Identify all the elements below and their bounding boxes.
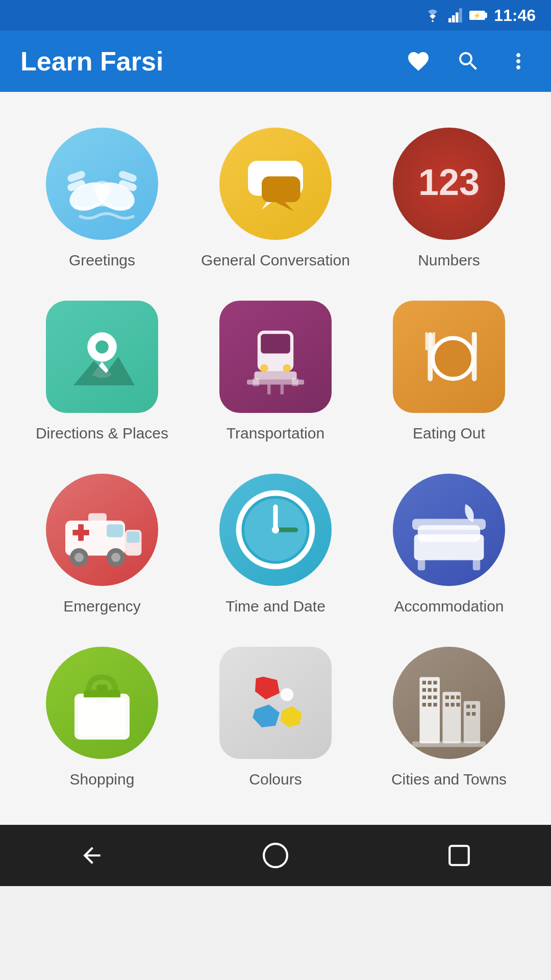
svg-marker-65	[253, 704, 280, 727]
svg-rect-30	[281, 384, 284, 394]
eating-icon	[408, 316, 490, 398]
svg-marker-17	[276, 202, 294, 211]
svg-rect-83	[451, 696, 455, 699]
svg-rect-49	[127, 532, 140, 543]
svg-point-37	[438, 344, 468, 373]
bottom-navigation	[0, 825, 551, 886]
svg-rect-73	[428, 688, 432, 692]
svg-rect-63	[78, 697, 126, 736]
back-icon	[79, 843, 105, 868]
time-icon	[230, 484, 321, 576]
greetings-icon	[56, 138, 148, 230]
svg-rect-77	[433, 696, 437, 699]
home-icon	[263, 843, 288, 868]
category-item-greetings[interactable]: Greetings	[15, 112, 189, 285]
emergency-icon	[56, 484, 148, 576]
svg-rect-58	[418, 559, 425, 571]
wifi-icon	[423, 8, 442, 22]
svg-rect-34	[425, 332, 428, 350]
favorite-button[interactable]	[406, 49, 431, 74]
svg-rect-2	[456, 12, 459, 22]
svg-rect-70	[428, 681, 432, 684]
svg-rect-29	[267, 384, 270, 394]
svg-rect-81	[442, 692, 461, 743]
category-item-directions[interactable]: Directions & Places	[15, 285, 189, 458]
status-time: 11:46	[494, 6, 536, 25]
category-item-transportation[interactable]: Transportation	[189, 285, 362, 458]
category-item-numbers[interactable]: 123 123 Numbers	[362, 112, 536, 285]
directions-icon	[61, 316, 143, 398]
svg-marker-64	[255, 677, 280, 700]
svg-point-32	[283, 364, 291, 372]
category-item-accommodation[interactable]: Accommodation	[362, 458, 536, 631]
svg-rect-92	[472, 712, 475, 716]
signal-icon	[448, 8, 463, 22]
svg-marker-66	[281, 706, 302, 727]
svg-rect-0	[448, 18, 452, 22]
svg-rect-3	[459, 8, 462, 22]
cities-icon	[403, 657, 495, 749]
svg-point-54	[272, 526, 279, 533]
svg-rect-16	[262, 177, 300, 202]
svg-rect-91	[466, 712, 470, 716]
greetings-label: Greetings	[69, 250, 135, 270]
svg-point-46	[111, 553, 120, 562]
svg-rect-69	[422, 681, 426, 684]
colours-icon	[235, 662, 316, 744]
conversation-icon	[230, 138, 321, 230]
svg-rect-89	[466, 705, 470, 708]
svg-rect-79	[428, 703, 432, 706]
category-item-general-conversation[interactable]: General Conversation	[189, 112, 362, 285]
svg-rect-86	[451, 703, 455, 706]
svg-point-67	[281, 688, 294, 701]
category-item-shopping[interactable]: Shopping	[15, 631, 189, 804]
svg-rect-1	[452, 15, 455, 22]
svg-rect-78	[422, 703, 426, 706]
category-item-time-date[interactable]: Time and Date	[189, 458, 362, 631]
recents-icon	[446, 843, 472, 868]
shopping-label: Shopping	[70, 769, 135, 789]
svg-point-94	[264, 844, 287, 867]
svg-text:123: 123	[418, 162, 480, 203]
category-grid: Greetings General Conversation 123 123 N…	[0, 92, 551, 825]
app-header: Learn Farsi	[0, 31, 551, 92]
recents-button[interactable]	[434, 830, 485, 881]
svg-point-21	[95, 340, 109, 354]
svg-text:⚡: ⚡	[473, 12, 482, 20]
numbers-label: Numbers	[418, 250, 480, 270]
transportation-icon	[235, 316, 316, 398]
category-item-colours[interactable]: Colours	[189, 631, 362, 804]
svg-point-44	[74, 553, 84, 562]
home-button[interactable]	[250, 830, 301, 881]
svg-rect-85	[445, 703, 449, 706]
battery-icon: ⚡	[469, 8, 488, 22]
svg-rect-72	[422, 688, 426, 692]
svg-rect-25	[254, 372, 296, 380]
colours-label: Colours	[249, 769, 302, 789]
svg-rect-42	[107, 524, 123, 537]
svg-rect-87	[456, 703, 460, 706]
svg-rect-47	[88, 513, 107, 523]
svg-rect-75	[422, 696, 426, 699]
app-title: Learn Farsi	[20, 46, 406, 77]
svg-rect-59	[473, 559, 480, 571]
svg-rect-41	[78, 524, 84, 541]
back-button[interactable]	[66, 830, 117, 881]
category-item-cities-towns[interactable]: Cities and Towns	[362, 631, 536, 804]
emergency-label: Emergency	[63, 596, 141, 616]
accommodation-label: Accommodation	[394, 596, 504, 616]
directions-label: Directions & Places	[36, 423, 168, 443]
conversation-label: General Conversation	[201, 250, 350, 270]
eating-label: Eating Out	[413, 423, 485, 443]
search-button[interactable]	[456, 49, 481, 74]
accommodation-icon	[403, 484, 495, 576]
category-item-emergency[interactable]: Emergency	[15, 458, 189, 631]
svg-point-31	[260, 364, 268, 372]
svg-rect-76	[428, 696, 432, 699]
svg-rect-24	[261, 334, 290, 353]
svg-rect-95	[449, 846, 469, 865]
svg-point-13	[93, 181, 111, 196]
svg-rect-27	[253, 378, 259, 386]
more-options-button[interactable]	[506, 49, 531, 74]
category-item-eating-out[interactable]: Eating Out	[362, 285, 536, 458]
